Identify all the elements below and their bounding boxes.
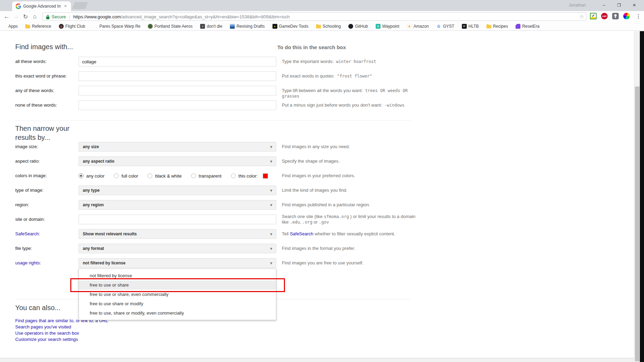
browser-tab[interactable]: Google Advanced Image ✕ — [12, 1, 71, 11]
chrome-menu-icon[interactable]: ⋮ — [635, 13, 642, 20]
label-all-these-words: all these words: — [15, 59, 46, 64]
bookmark-star-icon[interactable]: ☆ — [580, 13, 584, 20]
label-type-of-image: type of image: — [15, 188, 44, 193]
new-tab-button[interactable] — [72, 2, 88, 9]
color-swatch-picker[interactable] — [263, 173, 268, 179]
help-site-or-domain: Search one site (like sfmoma.org ) or li… — [282, 214, 418, 225]
none-of-these-words-input[interactable] — [79, 100, 276, 110]
window-titlebar: Google Advanced Image ✕ Jonathan – ❐ ✕ — [0, 0, 644, 11]
site-or-domain-input[interactable] — [79, 215, 276, 224]
nav-buttons: ← → ↻ ⌂ — [2, 12, 39, 21]
help-any-words: TypeORbetween all the words you want:tre… — [282, 88, 418, 99]
reload-icon[interactable]: ↻ — [21, 12, 30, 21]
radio-black-white-icon[interactable] — [147, 173, 152, 178]
type-of-image-select[interactable]: any type — [79, 185, 276, 195]
github-favicon — [348, 24, 353, 29]
bookmark-amazon[interactable]: a Amazon — [407, 24, 429, 29]
bookmark-portland-state[interactable]: Portland State Aeros — [148, 24, 193, 29]
label-none-of-these-words: none of these words: — [15, 102, 57, 108]
lock-icon — [46, 15, 50, 19]
radio-this-color-icon[interactable] — [231, 173, 236, 178]
radio-transparent-icon[interactable] — [191, 173, 196, 178]
bookmark-flight-club[interactable]: Flight Club — [59, 24, 85, 29]
bookmark-apps[interactable]: Apps — [3, 24, 18, 29]
help-file-type: Find images in the format you prefer. — [282, 246, 418, 251]
help-exact-word: Put exact words in quotes:"frost flower" — [282, 73, 418, 79]
label-site-or-domain: site or domain: — [15, 217, 45, 222]
usage-rights-dropdown-list: not filtered by license free to use or s… — [79, 269, 276, 320]
file-type-select[interactable]: any format — [79, 244, 276, 253]
bookmark-schooling[interactable]: Schooling — [316, 24, 341, 29]
help-aspect-ratio: Specify the shape of images. — [282, 159, 418, 164]
screen-edge — [640, 31, 644, 362]
bookmark-resetera[interactable]: ResetEra — [516, 24, 539, 29]
advanced-image-search-page: Find images with... To do this in the se… — [0, 31, 634, 358]
bookmark-dont-die[interactable]: ≡ don't die — [200, 24, 222, 29]
bookmark-pares-space-warp[interactable]: Pares Space Warp Re — [93, 24, 140, 29]
bookmark-waypoint[interactable]: ◇ Waypoint — [376, 24, 400, 29]
aspect-ratio-select[interactable]: any aspect ratio — [79, 156, 276, 166]
color-radio-group: any color full color black & white trans… — [79, 171, 268, 181]
minimize-button[interactable]: – — [596, 0, 611, 10]
adblock-plus-icon[interactable]: ABP — [601, 13, 608, 19]
any-of-these-words-input[interactable] — [79, 86, 276, 96]
blank-favicon — [93, 24, 98, 29]
label-exact-word: this exact word or phrase: — [15, 73, 67, 79]
profile-name[interactable]: Jonathan — [569, 3, 586, 8]
radio-transparent[interactable]: transparent — [191, 173, 222, 179]
link-search-settings[interactable]: Customize your search settings — [15, 336, 108, 343]
radio-black-white[interactable]: black & white — [147, 173, 182, 179]
radio-any-color[interactable]: any color — [79, 173, 105, 179]
safesearch-inline-link[interactable]: SafeSearch — [290, 231, 313, 236]
help-image-size: Find images in any size you need. — [282, 144, 418, 150]
bookmark-github[interactable]: GitHub — [348, 24, 368, 29]
radio-this-color[interactable]: this color: — [231, 173, 268, 179]
help-all-these-words: Type the important words:winter hoarfros… — [282, 59, 418, 64]
check-extension-icon[interactable] — [590, 13, 597, 19]
all-these-words-input[interactable] — [79, 57, 276, 66]
usage-rights-select[interactable]: not filtered by license — [79, 258, 276, 268]
gyst-favicon: G — [436, 24, 441, 29]
dont-die-favicon: ≡ — [200, 24, 205, 29]
bookmark-gamedev-tools[interactable]: ▲ GameDev Tools — [272, 24, 308, 29]
address-bar[interactable]: Secure | https://www.google.com /advance… — [42, 12, 587, 21]
close-button[interactable]: ✕ — [627, 0, 642, 10]
bookmark-revising-drafts[interactable]: Revising Drafts — [230, 24, 265, 29]
safesearch-select[interactable]: Show most relevant results — [79, 229, 276, 239]
color-wheel-extension-icon[interactable] — [623, 13, 630, 19]
privacy-extension-icon[interactable] — [612, 13, 619, 19]
region-select[interactable]: any region — [79, 200, 276, 210]
option-free-modify[interactable]: free to use share or modify — [79, 299, 276, 308]
search-box-help-title: To do this in the search box — [277, 44, 346, 50]
link-visited-pages[interactable]: Search pages you've visited — [15, 324, 108, 330]
flight-club-favicon — [59, 24, 64, 29]
bookmark-reference[interactable]: Reference — [25, 24, 51, 29]
link-search-operators[interactable]: Use operators in the search box — [15, 330, 108, 336]
amazon-favicon: a — [407, 24, 412, 29]
bookmark-recipes[interactable]: Recipes — [486, 24, 508, 29]
extension-icons: ABP — [590, 13, 630, 19]
help-usage-rights: Find images you are free to use yourself… — [282, 260, 418, 266]
radio-full-color[interactable]: full color — [114, 173, 138, 179]
restore-button[interactable]: ❐ — [611, 0, 627, 10]
forward-icon[interactable]: → — [11, 12, 21, 21]
back-icon[interactable]: ← — [2, 12, 11, 21]
safesearch-label-link[interactable]: SafeSearch: — [15, 231, 40, 236]
scrollbar-thumb[interactable] — [635, 87, 639, 361]
option-free-modify-commercially[interactable]: free to use, share or modify, even comme… — [79, 308, 276, 318]
page-scrollbar[interactable] — [634, 31, 640, 362]
bookmark-hltb[interactable]: II HLTB — [462, 24, 479, 29]
usage-rights-label-link[interactable]: usage rights: — [15, 260, 41, 265]
tab-close-icon[interactable]: ✕ — [63, 3, 68, 9]
radio-full-color-icon[interactable] — [114, 173, 119, 178]
home-icon[interactable]: ⌂ — [30, 12, 39, 21]
image-size-select[interactable]: any size — [79, 142, 276, 152]
bottom-strip — [0, 358, 634, 362]
label-file-type: file type: — [15, 246, 32, 251]
label-colors-in-image: colors in image: — [15, 173, 47, 178]
bookmark-gyst[interactable]: G GYST — [436, 24, 454, 29]
radio-any-color-icon[interactable] — [79, 173, 83, 178]
browser-toolbar: ← → ↻ ⌂ Secure | https://www.google.com … — [0, 11, 644, 22]
exact-word-input[interactable] — [79, 71, 276, 81]
folder-icon — [25, 25, 30, 28]
